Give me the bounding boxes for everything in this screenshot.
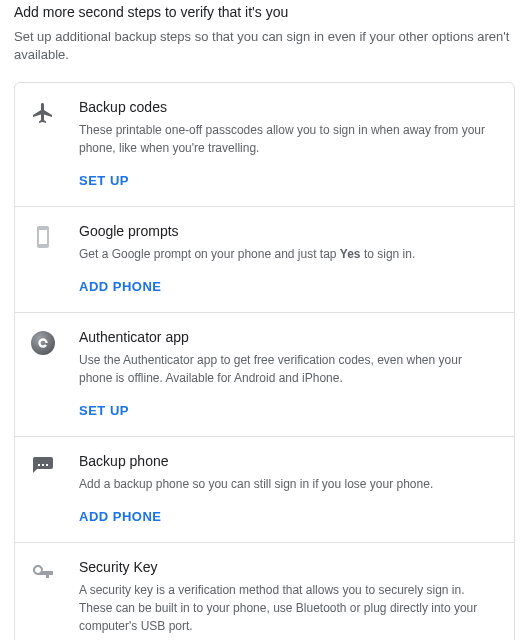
setup-button[interactable]: Set up [79,173,129,188]
option-title: Backup phone [79,453,498,469]
section-header: Add more second steps to verify that it'… [0,0,529,82]
add-phone-button[interactable]: Add phone [79,279,162,294]
key-icon [31,559,79,640]
section-subtitle: Set up additional backup steps so that y… [14,28,515,64]
option-security-key: Security Key A security key is a verific… [15,542,514,640]
plane-icon [31,99,79,188]
option-google-prompts: Google prompts Get a Google prompt on yo… [15,206,514,312]
option-backup-phone: Backup phone Add a backup phone so you c… [15,436,514,542]
setup-button[interactable]: Set up [79,403,129,418]
option-title: Security Key [79,559,498,575]
option-desc: These printable one-off passcodes allow … [79,121,498,157]
options-card: Backup codes These printable one-off pas… [14,82,515,640]
authenticator-icon [31,329,79,418]
add-phone-button[interactable]: Add phone [79,509,162,524]
option-title: Google prompts [79,223,498,239]
option-backup-codes: Backup codes These printable one-off pas… [15,83,514,206]
option-title: Authenticator app [79,329,498,345]
option-desc: Add a backup phone so you can still sign… [79,475,498,493]
section-title: Add more second steps to verify that it'… [14,4,515,20]
option-desc: Use the Authenticator app to get free ve… [79,351,498,387]
option-authenticator: Authenticator app Use the Authenticator … [15,312,514,436]
option-title: Backup codes [79,99,498,115]
option-desc: Get a Google prompt on your phone and ju… [79,245,498,263]
phone-icon [31,223,79,294]
sms-icon [31,453,79,524]
option-desc: A security key is a verification method … [79,581,498,635]
